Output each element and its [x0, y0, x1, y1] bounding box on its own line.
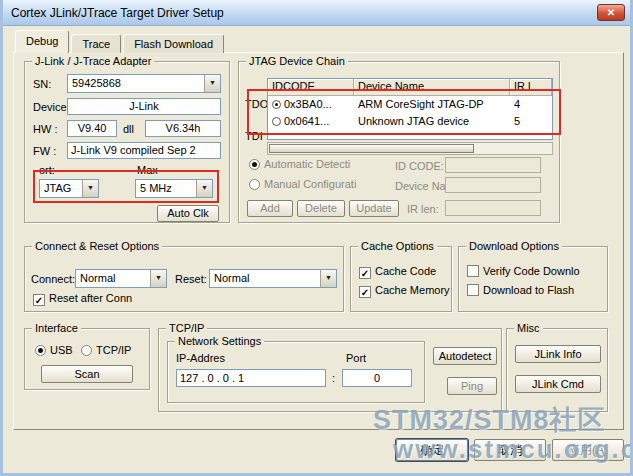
add-button[interactable]: Add [247, 200, 293, 217]
checkbox-checked-icon: ✓ [359, 267, 371, 279]
dll-version-field: V6.34h [145, 120, 221, 137]
radio-icon [249, 159, 260, 170]
col-ir-len[interactable]: IR l [510, 79, 552, 96]
row-device-name: ARM CoreSight JTAG-DP [354, 96, 510, 113]
port-label: ort: [39, 164, 55, 176]
group-network-settings-legend: Network Settings [175, 335, 264, 348]
tdo-label: TDO [245, 98, 268, 110]
group-jtag-chain: JTAG Device Chain TDO TDI IDCODE Device … [238, 61, 560, 223]
id-code-label: ID CODE: [395, 160, 444, 172]
group-misc: Misc JLink Info JLink Cmd [506, 328, 608, 412]
checkbox-checked-icon: ✓ [359, 286, 371, 298]
dll-label: dll [123, 123, 134, 135]
row-radio[interactable] [272, 117, 281, 126]
tab-flash-download[interactable]: Flash Download [123, 34, 224, 53]
ping-button[interactable]: Ping [447, 377, 497, 395]
row-idcode: 0x3BA0... [284, 98, 332, 110]
tab-debug[interactable]: Debug [15, 30, 69, 53]
tcpip-radio[interactable]: TCP/IP [81, 344, 131, 356]
col-idcode[interactable]: IDCODE [268, 79, 354, 96]
group-download-options-legend: Download Options [466, 240, 562, 253]
download-to-flash-checkbox[interactable]: Download to Flash [467, 284, 574, 296]
usb-radio[interactable]: USB [35, 344, 73, 356]
table-row[interactable]: 0x3BA0... ARM CoreSight JTAG-DP 4 [268, 96, 552, 113]
device-label: Device: [33, 101, 70, 113]
hw-label: HW : [33, 123, 57, 135]
chevron-down-icon[interactable]: ▼ [82, 180, 98, 197]
max-label: Max [137, 164, 158, 176]
group-tcpip: TCP/IP Network Settings IP-Addres Port 1… [158, 328, 502, 412]
group-cache-options-legend: Cache Options [358, 240, 437, 253]
hw-version-field: V9.40 [67, 120, 117, 137]
ok-button[interactable]: 确定 [396, 439, 468, 461]
checkbox-unchecked-icon [467, 265, 479, 277]
chevron-down-icon[interactable]: ▼ [196, 180, 212, 197]
port-field[interactable]: 0 [342, 369, 412, 387]
delete-button[interactable]: Delete [297, 200, 345, 217]
max-clock-value: 5 MHz [140, 182, 195, 195]
group-adapter-legend: J-Link / J-Trace Adapter [32, 55, 154, 68]
apply-button[interactable]: 应用(A) [552, 439, 624, 461]
device-field: J-Link [67, 98, 221, 115]
cancel-button[interactable]: 取消 [474, 439, 546, 461]
dialog-window: Cortex JLink/JTrace Target Driver Setup … [0, 0, 633, 476]
reset-value: Normal [214, 272, 319, 285]
ip-address-field[interactable]: 127 . 0 . 0 . 1 [176, 369, 326, 387]
row-device-name: Unknown JTAG device [354, 113, 510, 130]
update-button[interactable]: Update [349, 200, 399, 217]
port-value: JTAG [44, 182, 81, 195]
port-combobox[interactable]: JTAG ▼ [39, 179, 99, 198]
tab-bar: Debug Trace Flash Download [15, 30, 226, 53]
jlink-info-button[interactable]: JLink Info [515, 345, 601, 363]
radio-icon [249, 179, 260, 190]
sn-combobox[interactable]: 59425868 ▼ [67, 74, 221, 93]
tab-trace[interactable]: Trace [71, 34, 121, 53]
checkbox-checked-icon: ✓ [33, 294, 45, 306]
row-idcode: 0x0641... [284, 115, 329, 127]
row-radio-selected[interactable] [272, 100, 281, 109]
jlink-cmd-button[interactable]: JLink Cmd [515, 375, 601, 393]
group-interface-legend: Interface [32, 322, 81, 335]
ip-address-label: IP-Addres [176, 352, 225, 364]
close-button[interactable]: ✕ [597, 4, 625, 21]
chevron-down-icon[interactable]: ▼ [320, 270, 336, 287]
group-download-options: Download Options Verify Code Downlo Down… [458, 246, 608, 312]
chevron-down-icon[interactable]: ▼ [204, 75, 220, 92]
port-label: Port [346, 352, 366, 364]
id-code-field [445, 157, 541, 173]
reset-after-connect-checkbox[interactable]: ✓Reset after Conn [33, 292, 132, 306]
chevron-down-icon[interactable]: ▼ [150, 270, 166, 287]
window-title: Cortex JLink/JTrace Target Driver Setup [11, 6, 224, 20]
table-row[interactable]: 0x0641... Unknown JTAG device 5 [268, 113, 552, 130]
scan-button[interactable]: Scan [41, 365, 133, 383]
ir-len-label: IR len: [407, 203, 439, 215]
jtag-table-hscrollbar[interactable] [267, 142, 553, 155]
sn-label: SN: [33, 78, 51, 90]
auto-clk-button[interactable]: Auto Clk [157, 205, 219, 222]
group-jtag-chain-legend: JTAG Device Chain [246, 55, 348, 68]
manual-configuration-radio[interactable]: Manual Configurati [249, 178, 356, 190]
radio-icon [81, 345, 92, 356]
verify-code-download-checkbox[interactable]: Verify Code Downlo [467, 265, 580, 277]
autodetect-button[interactable]: Autodetect [433, 347, 497, 365]
sn-value: 59425868 [72, 77, 203, 90]
fw-label: FW : [33, 145, 56, 157]
max-clock-combobox[interactable]: 5 MHz ▼ [135, 179, 213, 198]
close-icon: ✕ [607, 7, 615, 18]
group-misc-legend: Misc [514, 322, 543, 335]
group-cache-options: Cache Options ✓Cache Code ✓Cache Memory [350, 246, 452, 312]
checkbox-unchecked-icon [467, 284, 479, 296]
connect-combobox[interactable]: Normal ▼ [75, 269, 167, 288]
tdi-label: TDI [245, 130, 263, 142]
jtag-device-table[interactable]: IDCODE Device Name IR l 0x3BA0... ARM Co… [267, 78, 553, 140]
cache-memory-checkbox[interactable]: ✓Cache Memory [359, 284, 450, 298]
connect-label: Connect: [31, 273, 75, 285]
port-colon-label: : [332, 372, 335, 384]
connect-value: Normal [80, 272, 149, 285]
col-device-name[interactable]: Device Name [354, 79, 510, 96]
cache-code-checkbox[interactable]: ✓Cache Code [359, 265, 436, 279]
hscrollbar-thumb[interactable] [269, 144, 474, 153]
reset-combobox[interactable]: Normal ▼ [209, 269, 337, 288]
table-header: IDCODE Device Name IR l [268, 79, 552, 96]
automatic-detection-radio[interactable]: Automatic Detecti [249, 158, 350, 170]
